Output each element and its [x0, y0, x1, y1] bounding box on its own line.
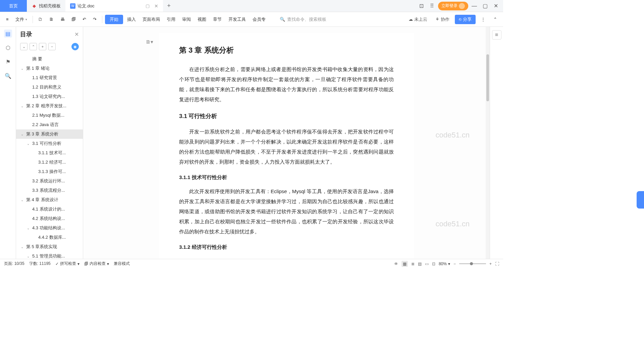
minimize-icon[interactable]: —	[470, 1, 479, 11]
toc-item[interactable]: 4.4.2 数据库...	[16, 233, 83, 242]
toc-item[interactable]: 3.1.1 技术可...	[16, 148, 83, 158]
zoom-control[interactable]: 80% ▾	[439, 262, 450, 266]
search-input[interactable]: 🔍 查找命令、搜索模板	[276, 15, 330, 23]
page-view-icon[interactable]: ▦	[401, 261, 408, 267]
more-icon[interactable]: ⋮	[478, 15, 488, 23]
toc-item[interactable]: ⌄第 5 章系统实现	[16, 242, 83, 251]
tab-review[interactable]: 审阅	[179, 15, 194, 24]
tab-view[interactable]: 视图	[195, 15, 209, 24]
spellcheck-button[interactable]: ✓拼写检查 ▾	[55, 261, 79, 267]
toc-item[interactable]: ⌄第 2 章 程序开发技...	[16, 101, 83, 111]
toc-item[interactable]: 摘 要	[16, 54, 83, 64]
panel-toggle-icon[interactable]: ≡	[492, 30, 501, 40]
outline-icon[interactable]: ▤	[4, 30, 12, 38]
share-icon: ⎋	[459, 17, 462, 22]
tab-document[interactable]: W 论文.doc ▢ ✕	[65, 0, 163, 12]
toc-item-label: 摘 要	[32, 56, 42, 62]
toc-item[interactable]: 1.3 论文研究内...	[16, 92, 83, 101]
toc-item[interactable]: ⌄第 1 章 绪论	[16, 64, 83, 73]
maximize-icon[interactable]: ▢	[480, 1, 490, 11]
toc-item[interactable]: ⌄4.3 功能结构设...	[16, 223, 83, 233]
add-tab-button[interactable]: +	[163, 0, 175, 12]
print-icon[interactable]: 🖶	[58, 15, 67, 23]
scrollbar[interactable]	[486, 27, 490, 259]
tab-chapter[interactable]: 章节	[210, 15, 224, 24]
undo-icon[interactable]: ↶	[80, 15, 89, 23]
scroll-thumb[interactable]	[486, 54, 489, 101]
paragraph: 在进行系统分析之前，需要从网络上或者是图书馆的开发类书籍中收集大量的资料，因为这…	[179, 64, 394, 105]
document-area[interactable]: code51.cn code51.cn code51.cn code51.cn …	[83, 27, 490, 259]
zoom-out-icon[interactable]: −	[453, 262, 456, 266]
toc-item[interactable]: 1.1 研究背景	[16, 73, 83, 82]
compat-mode[interactable]: 兼容模式	[114, 261, 130, 267]
redo-icon[interactable]: ↷	[90, 15, 99, 23]
collapse-ribbon-icon[interactable]: ⌃	[491, 15, 500, 23]
toc-item[interactable]: 2.2 Java 语言	[16, 120, 83, 129]
preview-icon[interactable]: 🗐	[69, 15, 78, 23]
remove-item-icon[interactable]: −	[48, 43, 56, 50]
tab-home[interactable]: 首页	[0, 0, 27, 12]
find-icon[interactable]: 🔍	[4, 72, 12, 80]
tab-insert[interactable]: 插入	[124, 15, 139, 24]
toc-item[interactable]: 4.1 系统设计的...	[16, 205, 83, 214]
close-window-icon[interactable]: ✕	[491, 1, 500, 11]
fullscreen-icon[interactable]: ⛶	[495, 262, 499, 266]
tab-layout[interactable]: 页面布局	[140, 15, 163, 24]
close-icon[interactable]: ✕	[154, 3, 158, 9]
toc-item[interactable]: ⌄5.1 管理员功能...	[16, 251, 83, 259]
toc-item[interactable]: 4.2 系统结构设...	[16, 214, 83, 223]
word-count[interactable]: 字数: 11195	[29, 261, 51, 267]
read-view-icon[interactable]: ▭	[425, 262, 429, 266]
toc-item[interactable]: ⌄3.1 可行性分析	[16, 139, 83, 148]
toc-item[interactable]: ⌄第 3 章 系统分析	[16, 129, 83, 139]
toc-item-label: 5.1 管理员功能...	[32, 253, 65, 259]
tab-start[interactable]: 开始	[105, 15, 123, 24]
add-item-icon[interactable]: +	[39, 43, 46, 50]
bookmark-icon[interactable]: ⚑	[4, 58, 12, 66]
collab-icon: ⚘	[435, 17, 439, 22]
toc-item[interactable]: 3.1.3 操作可...	[16, 167, 83, 176]
toc-item[interactable]: 3.1.2 经济可...	[16, 158, 83, 167]
fit-width-icon[interactable]: ⊡	[432, 262, 435, 266]
layout-toggle-icon[interactable]: ⊡	[417, 1, 426, 11]
tab-vip[interactable]: 会员专	[250, 15, 268, 24]
toc-sidebar: 目录 ✕ ⌄ ⌃ + − ◉ 摘 要⌄第 1 章 绪论1.1 研究背景1.2 目…	[16, 27, 83, 259]
eye-icon[interactable]: 👁	[394, 262, 398, 266]
login-button[interactable]: 立即登录	[438, 2, 468, 10]
apps-icon[interactable]: ⠿	[427, 1, 437, 11]
zoom-in-icon[interactable]: +	[489, 262, 492, 266]
sidebar-close-icon[interactable]: ✕	[74, 31, 79, 38]
content-check-button[interactable]: 🗐内容检查 ▾	[84, 261, 109, 267]
page-indicator[interactable]: 页面: 10/35	[4, 261, 24, 267]
tab-window-icon[interactable]: ▢	[146, 3, 150, 8]
sync-icon[interactable]: ◉	[71, 43, 79, 50]
tab-templates[interactable]: ◆ 找稻壳模板	[27, 0, 65, 12]
share-button[interactable]: ⎋分享	[455, 15, 476, 24]
save-icon[interactable]: 🗋	[36, 15, 45, 23]
chevron-icon: ⌄	[27, 254, 31, 258]
menu-button[interactable]: ≡	[3, 15, 11, 23]
export-icon[interactable]: 🗎	[47, 15, 56, 23]
toc-item[interactable]: 3.3 系统流程分...	[16, 186, 83, 195]
cloud-status[interactable]: ☁未上云	[406, 15, 430, 24]
toc-item[interactable]: 1.2 目的和意义	[16, 82, 83, 92]
toc-item[interactable]: 3.2 系统运行环...	[16, 176, 83, 186]
tab-reference[interactable]: 引用	[164, 15, 178, 24]
collapse-all-icon[interactable]: ⌄	[20, 43, 28, 50]
toc-item[interactable]: ⌄第 4 章 系统设计	[16, 195, 83, 205]
expand-all-icon[interactable]: ⌃	[30, 43, 37, 50]
toc-item-label: 第 2 章 程序开发技...	[26, 103, 66, 109]
shape-icon[interactable]: ⬡	[4, 44, 12, 52]
toc-item[interactable]: 2.1 Mysql 数据...	[16, 111, 83, 120]
page-indicator-icon[interactable]: 🗎▾	[146, 37, 153, 47]
chevron-icon: ⌄	[27, 142, 31, 146]
outline-view-icon[interactable]: ≣	[411, 262, 415, 266]
web-view-icon[interactable]: ▤	[418, 262, 422, 266]
collab-button[interactable]: ⚘协作	[433, 15, 452, 24]
file-menu[interactable]: 文件 ▾	[13, 15, 30, 24]
tab-devtools[interactable]: 开发工具	[226, 15, 249, 24]
toc-item-label: 1.3 论文研究内...	[32, 94, 65, 100]
zoom-slider[interactable]	[459, 263, 486, 264]
toc-item-label: 第 3 章 系统分析	[26, 131, 58, 137]
spellcheck-icon: ✓	[55, 262, 59, 266]
